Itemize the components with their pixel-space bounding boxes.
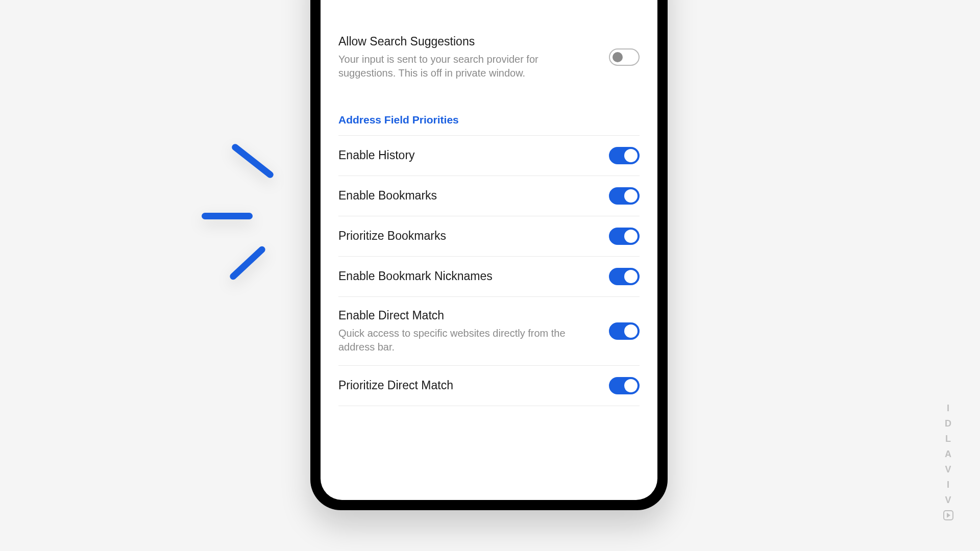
toggle-switch[interactable]	[609, 228, 640, 245]
toggle-switch[interactable]	[609, 187, 640, 205]
setting-title: Prioritize Bookmarks	[338, 229, 599, 244]
toggle-allow-search-suggestions[interactable]	[609, 48, 640, 66]
setting-title: Enable History	[338, 148, 599, 163]
vivaldi-logo-icon	[943, 510, 953, 520]
attention-strokes-decoration	[202, 146, 304, 279]
setting-row[interactable]: Enable History	[338, 135, 640, 176]
toggle-knob	[624, 189, 638, 203]
toggle-knob	[612, 52, 623, 62]
setting-row[interactable]: Enable Bookmarks	[338, 176, 640, 216]
toggle-knob	[624, 149, 638, 162]
vivaldi-brand: I D L A V I V	[943, 403, 953, 520]
setting-text: Prioritize Bookmarks	[338, 229, 599, 244]
setting-text: Enable Bookmarks	[338, 188, 599, 204]
brand-letter: V	[945, 495, 951, 506]
toggle-knob	[624, 270, 638, 283]
stroke-line	[231, 143, 275, 180]
brand-letter: A	[945, 449, 952, 460]
setting-text: Allow Search Suggestions Your input is s…	[338, 34, 599, 80]
phone-frame: Allow Search Suggestions Your input is s…	[310, 0, 668, 510]
stroke-line	[202, 213, 253, 219]
setting-row[interactable]: Prioritize Bookmarks	[338, 216, 640, 257]
toggle-switch[interactable]	[609, 147, 640, 164]
setting-row[interactable]: Prioritize Direct Match	[338, 366, 640, 406]
toggle-knob	[624, 324, 638, 338]
settings-content: Allow Search Suggestions Your input is s…	[321, 0, 657, 406]
brand-letter: V	[945, 464, 951, 475]
brand-letter: I	[947, 403, 950, 414]
setting-text: Enable Bookmark Nicknames	[338, 269, 599, 284]
toggle-switch[interactable]	[609, 377, 640, 394]
setting-row[interactable]: Enable Bookmark Nicknames	[338, 257, 640, 297]
setting-title: Enable Direct Match	[338, 308, 599, 323]
setting-title: Prioritize Direct Match	[338, 378, 599, 393]
setting-title: Enable Bookmarks	[338, 188, 599, 204]
brand-letter: I	[947, 480, 950, 490]
setting-title: Allow Search Suggestions	[338, 34, 599, 49]
brand-letter: L	[945, 434, 951, 444]
phone-screen: Allow Search Suggestions Your input is s…	[321, 0, 657, 500]
setting-title: Enable Bookmark Nicknames	[338, 269, 599, 284]
setting-description: Quick access to specific websites direct…	[338, 327, 583, 354]
setting-text: Prioritize Direct Match	[338, 378, 599, 393]
toggle-switch[interactable]	[609, 322, 640, 340]
stroke-line	[229, 245, 267, 281]
toggle-knob	[624, 379, 638, 392]
setting-description: Your input is sent to your search provid…	[338, 53, 583, 80]
setting-row[interactable]: Enable Direct MatchQuick access to speci…	[338, 297, 640, 366]
toggle-switch[interactable]	[609, 268, 640, 285]
setting-allow-search-suggestions[interactable]: Allow Search Suggestions Your input is s…	[338, 23, 640, 91]
setting-text: Enable History	[338, 148, 599, 163]
brand-letter: D	[945, 418, 952, 429]
setting-text: Enable Direct MatchQuick access to speci…	[338, 308, 599, 354]
priorities-list: Enable HistoryEnable BookmarksPrioritize…	[338, 135, 640, 406]
section-header-address-field-priorities: Address Field Priorities	[338, 114, 640, 126]
toggle-knob	[624, 230, 638, 243]
